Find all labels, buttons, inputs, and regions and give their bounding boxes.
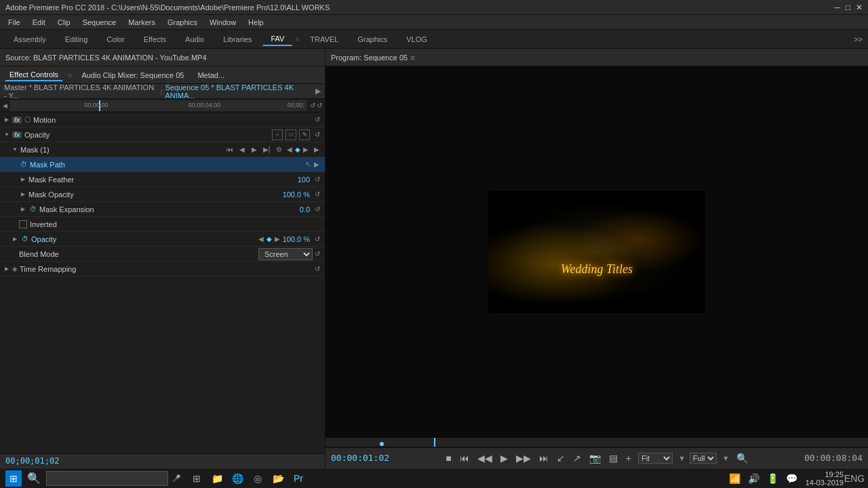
mask-opacity-reset[interactable]: ↺ — [313, 190, 322, 199]
monitor-play-btn[interactable]: ▶ — [498, 451, 511, 465]
menu-graphics[interactable]: Graphics — [162, 17, 203, 28]
taskbar-multitask[interactable]: ⊞ — [189, 470, 205, 487]
menu-markers[interactable]: Markers — [123, 17, 161, 28]
start-button[interactable]: ⊞ — [5, 470, 22, 487]
mask-keyframe-add[interactable]: ◆ — [295, 146, 300, 153]
microphone-icon[interactable]: 🎤 — [172, 474, 180, 482]
program-monitor-view[interactable]: Wedding Titles — [326, 66, 868, 438]
tab-effect-controls[interactable]: Effect Controls — [5, 69, 62, 81]
ws-editing[interactable]: Editing — [57, 33, 96, 45]
mask-arrow-right[interactable]: ▶ — [300, 144, 311, 155]
ws-effects[interactable]: Effects — [136, 33, 174, 45]
ws-libraries[interactable]: Libraries — [215, 33, 260, 45]
menu-window[interactable]: Window — [204, 17, 241, 28]
motion-toggle[interactable]: ▶ — [3, 116, 11, 124]
reset-top-btn[interactable]: ↺ — [310, 102, 315, 109]
inverted-checkbox[interactable] — [19, 220, 27, 228]
menu-file[interactable]: File — [3, 17, 26, 28]
mask1-toggle[interactable]: ▼ — [11, 146, 19, 154]
minimize-button[interactable]: ─ — [834, 3, 840, 12]
program-menu-icon[interactable]: ≡ — [410, 54, 414, 62]
mask-prev[interactable]: ◀ — [237, 144, 248, 155]
mask-expand[interactable]: ▶ — [311, 144, 322, 155]
ws-assembly[interactable]: Assembly — [5, 33, 54, 45]
sequence-label[interactable]: Sequence 05 * BLAST PARTICLES 4K ANIMA..… — [165, 83, 313, 100]
mask-next[interactable]: ▶| — [261, 144, 272, 155]
monitor-to-in-btn[interactable]: ⏮ — [457, 451, 472, 465]
taskbar-premiere[interactable]: Pr — [290, 470, 307, 487]
opacity-reset[interactable]: ↺ — [313, 130, 322, 140]
mask-expansion-reset[interactable]: ↺ — [313, 205, 322, 214]
opacity-prop-toggle[interactable]: ▶ — [11, 235, 19, 243]
taskbar-chrome[interactable]: ◎ — [250, 470, 266, 487]
opacity-toggle[interactable]: ▼ — [3, 131, 11, 139]
mask-expansion-value[interactable]: 0.0 — [300, 205, 310, 214]
menu-sequence[interactable]: Sequence — [77, 17, 122, 28]
monitor-add-btn[interactable]: + — [623, 451, 634, 465]
menu-edit[interactable]: Edit — [27, 17, 51, 28]
time-remap-reset[interactable]: ↺ — [313, 264, 322, 274]
quality-expand-icon[interactable]: ▼ — [722, 454, 730, 462]
close-button[interactable]: ✕ — [856, 3, 863, 12]
ws-vlog[interactable]: VLOG — [398, 33, 435, 45]
ws-audio[interactable]: Audio — [177, 33, 212, 45]
ws-travel[interactable]: TRAVEL — [302, 33, 347, 45]
monitor-camera-btn[interactable]: 📷 — [587, 451, 604, 465]
monitor-step-fwd-btn[interactable]: ▶▶ — [513, 451, 534, 465]
taskbar-search-input[interactable] — [46, 471, 168, 486]
tab-metadata[interactable]: Metad... — [193, 70, 229, 81]
blend-mode-reset[interactable]: ↺ — [313, 249, 322, 259]
taskbar-notifications[interactable]: 💬 — [784, 470, 800, 487]
taskbar-explorer[interactable]: 📁 — [209, 470, 225, 487]
current-timecode[interactable]: 00;00;01;02 — [5, 456, 59, 466]
mask-path-stopwatch[interactable]: ⏱ — [19, 160, 28, 169]
timecode-scroll[interactable]: 00;00;00 00;00;04;00 00;00; — [10, 100, 307, 111]
pen-mask-btn[interactable]: ✎ — [299, 129, 310, 140]
monitor-to-out-btn[interactable]: ⏭ — [536, 451, 551, 465]
taskbar-edge[interactable]: 🌐 — [229, 470, 245, 487]
rect-mask-btn[interactable]: □ — [285, 129, 296, 140]
mask-feather-reset[interactable]: ↺ — [313, 175, 322, 184]
menu-help[interactable]: Help — [243, 17, 269, 28]
mask-play[interactable]: ▶ — [249, 144, 260, 155]
motion-reset[interactable]: ↺ — [313, 115, 322, 125]
mask-options[interactable]: ⚙ — [273, 144, 284, 155]
ws-graphics[interactable]: Graphics — [349, 33, 395, 45]
ellipse-mask-btn[interactable]: ○ — [272, 129, 283, 140]
maximize-button[interactable]: □ — [846, 3, 850, 12]
reset-bot-btn[interactable]: ↺ — [317, 102, 322, 109]
search-taskbar-icon[interactable]: 🔍 — [27, 472, 41, 485]
opacity-prop-reset[interactable]: ↺ — [313, 235, 322, 244]
quality-select[interactable]: Full 1/2 1/4 — [690, 453, 717, 464]
opacity-prop-stopwatch[interactable]: ⏱ — [20, 235, 30, 244]
monitor-insert-btn[interactable]: ↙ — [554, 451, 568, 465]
ws-color[interactable]: Color — [98, 33, 132, 45]
monitor-zoom-btn[interactable]: 🔍 — [734, 451, 751, 465]
blend-mode-select[interactable]: Screen Normal Multiply Add — [258, 248, 313, 260]
fit-expand-icon[interactable]: ▼ — [678, 454, 686, 462]
taskbar-files[interactable]: 📂 — [270, 470, 286, 487]
opacity-keyframe[interactable]: ◆ — [267, 235, 272, 243]
fit-select[interactable]: Fit 100% 50% 25% — [638, 453, 673, 464]
taskbar-battery[interactable]: 🔋 — [765, 470, 781, 487]
monitor-safe-btn[interactable]: ▤ — [606, 451, 620, 465]
expand-icon[interactable]: ▶ — [315, 87, 321, 96]
time-remap-toggle[interactable]: ▶ — [3, 265, 11, 273]
mask-feather-toggle[interactable]: ▶ — [19, 176, 27, 184]
mask-arrow-left[interactable]: ◀ — [284, 144, 295, 155]
opacity-prop-value[interactable]: 100.0 % — [283, 235, 310, 243]
mask-opacity-value[interactable]: 100.0 % — [283, 190, 310, 199]
taskbar-network[interactable]: 📶 — [727, 470, 743, 487]
opacity-arrow-left[interactable]: ◀ — [256, 234, 267, 245]
mask-expansion-toggle[interactable]: ▶ — [19, 205, 27, 214]
opacity-arrow-right[interactable]: ▶ — [272, 234, 283, 245]
lang-indicator[interactable]: ENG — [846, 470, 863, 487]
monitor-overwrite-btn[interactable]: ↗ — [570, 451, 584, 465]
mask-opacity-toggle[interactable]: ▶ — [19, 190, 27, 199]
monitor-step-back-btn[interactable]: ◀◀ — [475, 451, 495, 465]
monitor-timecode[interactable]: 00:00:01:02 — [331, 453, 389, 463]
taskbar-volume[interactable]: 🔊 — [746, 470, 762, 487]
mask-expansion-stopwatch[interactable]: ⏱ — [28, 205, 38, 214]
monitor-stop-btn[interactable]: ■ — [443, 451, 454, 465]
mask-feather-value[interactable]: 100 — [298, 176, 310, 184]
